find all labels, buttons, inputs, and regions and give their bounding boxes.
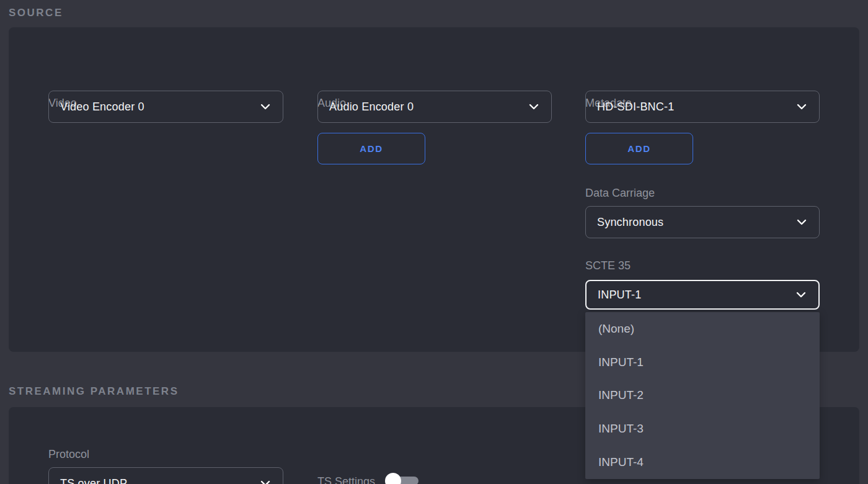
scte35-option-none[interactable]: (None) (585, 312, 820, 346)
scte35-option-input-4[interactable]: INPUT-4 (585, 446, 820, 479)
video-encoder-select[interactable]: Video Encoder 0 (48, 91, 283, 123)
scte35-option-input-3[interactable]: INPUT-3 (585, 412, 820, 446)
scte35-option-input-1[interactable]: INPUT-1 (585, 346, 820, 379)
protocol-label: Protocol (48, 448, 89, 461)
protocol-value: TS over UDP (60, 477, 127, 484)
scte35-value: INPUT-1 (598, 289, 641, 302)
source-section-title: SOURCE (9, 7, 63, 19)
metadata-select[interactable]: HD-SDI-BNC-1 (585, 91, 820, 123)
add-audio-button[interactable]: ADD (317, 133, 425, 164)
data-carriage-value: Synchronous (597, 216, 663, 229)
streaming-parameters-section-title: STREAMING PARAMETERS (9, 385, 179, 398)
metadata-value: HD-SDI-BNC-1 (597, 101, 674, 114)
chevron-down-icon (529, 104, 539, 110)
chevron-down-icon (797, 104, 807, 110)
chevron-down-icon (260, 104, 270, 110)
source-panel: Video Video Encoder 0 Audio Audio Encode… (9, 27, 859, 352)
audio-encoder-select[interactable]: Audio Encoder 0 (317, 91, 552, 123)
scte35-label: SCTE 35 (585, 259, 631, 272)
scte35-option-input-2[interactable]: INPUT-2 (585, 379, 820, 413)
chevron-down-icon (796, 292, 806, 298)
chevron-down-icon (260, 480, 270, 484)
scte35-select[interactable]: INPUT-1 (585, 280, 820, 310)
add-metadata-button[interactable]: ADD (585, 133, 693, 164)
scte35-dropdown-menu: (None) INPUT-1 INPUT-2 INPUT-3 INPUT-4 (585, 312, 820, 479)
ts-settings-label: TS Settings (317, 475, 375, 484)
protocol-select[interactable]: TS over UDP (48, 467, 283, 484)
audio-encoder-value: Audio Encoder 0 (329, 101, 414, 114)
chevron-down-icon (797, 219, 807, 225)
ts-settings-toggle[interactable] (385, 473, 418, 484)
toggle-knob (385, 473, 401, 484)
data-carriage-label: Data Carriage (585, 187, 655, 200)
data-carriage-select[interactable]: Synchronous (585, 206, 820, 238)
video-encoder-value: Video Encoder 0 (60, 101, 144, 114)
